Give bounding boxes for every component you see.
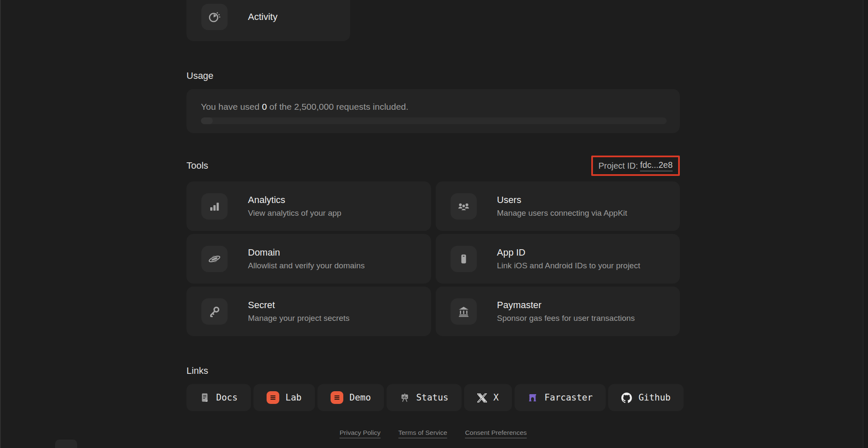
tool-description: Allowlist and verify your domains: [248, 261, 365, 270]
links-heading: Links: [186, 365, 680, 376]
usage-text-suffix: of the 2,500,000 requests included.: [267, 102, 409, 111]
usage-text: You have used 0 of the 2,500,000 request…: [201, 102, 667, 112]
project-id-value[interactable]: fdc...2e8: [640, 160, 673, 171]
farcaster-icon: [528, 392, 538, 403]
tools-heading: Tools: [186, 160, 208, 171]
bar-chart-icon: [201, 193, 228, 220]
link-button-demo[interactable]: Demo: [317, 384, 384, 411]
footer-link-terms-of-service[interactable]: Terms of Service: [398, 429, 447, 438]
tools-header-row: Tools Project ID: fdc...2e8: [186, 156, 680, 176]
link-button-label: Github: [638, 392, 670, 403]
github-icon: [621, 392, 632, 403]
planet-icon: [201, 246, 228, 272]
tool-title: Secret: [248, 300, 350, 311]
demo-icon: [331, 391, 343, 404]
link-button-lab[interactable]: Lab: [253, 384, 315, 411]
bank-icon: [451, 298, 477, 325]
activity-label: Activity: [248, 11, 278, 22]
link-button-label: Status: [416, 392, 448, 403]
tools-grid: Analytics View analytics of your app Use…: [186, 181, 680, 336]
key-icon: [201, 298, 228, 325]
status-icon: [400, 392, 410, 403]
usage-text-prefix: You have used: [201, 102, 262, 111]
link-button-github[interactable]: Github: [608, 384, 684, 411]
tool-description: Manage users connecting via AppKit: [497, 209, 627, 218]
link-button-status[interactable]: Status: [387, 384, 462, 411]
link-button-x[interactable]: X: [464, 384, 512, 411]
link-button-docs[interactable]: Docs: [186, 384, 251, 411]
tool-title: Domain: [248, 247, 365, 258]
link-button-label: Farcaster: [545, 392, 593, 403]
x-icon: [477, 393, 487, 403]
link-button-label: Lab: [286, 392, 302, 403]
usage-heading: Usage: [186, 70, 680, 81]
activity-card[interactable]: Activity: [186, 0, 350, 41]
lab-icon: [267, 391, 279, 404]
timer-icon: [201, 4, 228, 30]
chat-widget-stub[interactable]: [55, 440, 77, 448]
tool-card-analytics[interactable]: Analytics View analytics of your app: [186, 181, 431, 231]
tool-title: Paymaster: [497, 300, 635, 311]
tool-description: View analytics of your app: [248, 209, 341, 218]
tool-card-secret[interactable]: Secret Manage your project secrets: [186, 287, 431, 336]
window-left-edge: [0, 0, 1, 448]
link-button-label: X: [493, 392, 499, 403]
tool-card-users[interactable]: Users Manage users connecting via AppKit: [436, 181, 680, 231]
tool-card-app-id[interactable]: App ID Link iOS and Android IDs to your …: [436, 234, 680, 284]
tool-card-domain[interactable]: Domain Allowlist and verify your domains: [186, 234, 431, 284]
docs-icon: [200, 392, 210, 403]
footer-link-consent-preferences[interactable]: Consent Preferences: [465, 429, 527, 438]
usage-progress-fill: [201, 117, 213, 124]
phone-icon: [451, 246, 477, 272]
links-bar: Docs Lab Demo: [186, 384, 680, 411]
main-content: Activity Usage You have used 0 of the 2,…: [186, 0, 680, 438]
usage-progress-bar: [201, 117, 667, 124]
tool-card-paymaster[interactable]: Paymaster Sponsor gas fees for user tran…: [436, 287, 680, 336]
tool-description: Manage your project secrets: [248, 314, 350, 323]
tool-title: Users: [497, 195, 627, 206]
usage-used-value: 0: [262, 102, 267, 111]
footer-link-privacy-policy[interactable]: Privacy Policy: [339, 429, 380, 438]
tool-title: App ID: [497, 247, 640, 258]
tool-description: Link iOS and Android IDs to your project: [497, 261, 640, 270]
link-button-farcaster[interactable]: Farcaster: [515, 384, 606, 411]
usage-card: You have used 0 of the 2,500,000 request…: [186, 89, 680, 133]
footer: Privacy Policy Terms of Service Consent …: [186, 429, 680, 438]
project-id-badge: Project ID: fdc...2e8: [591, 156, 680, 176]
link-button-label: Demo: [350, 392, 371, 403]
scrollbar-gutter[interactable]: [863, 0, 868, 448]
users-icon: [451, 193, 477, 220]
tool-description: Sponsor gas fees for user transactions: [497, 314, 635, 323]
tool-title: Analytics: [248, 195, 341, 206]
project-id-label: Project ID:: [598, 161, 638, 171]
link-button-label: Docs: [216, 392, 238, 403]
